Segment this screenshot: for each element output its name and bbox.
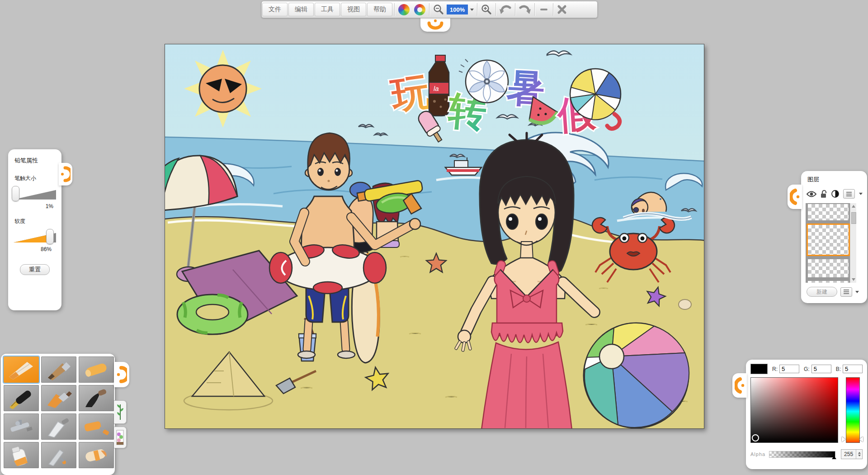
layer-menu-arrow[interactable] xyxy=(859,193,863,195)
alpha-slider[interactable] xyxy=(769,451,835,458)
tool-roller[interactable] xyxy=(79,413,114,440)
green-swim-ring xyxy=(177,294,248,334)
toolbar-separator xyxy=(477,3,477,16)
zoom-in-icon[interactable] xyxy=(479,1,494,18)
toolbar-separator xyxy=(394,3,395,16)
layers-options-arrow[interactable] xyxy=(855,291,859,293)
g-input[interactable] xyxy=(811,365,831,373)
alpha-label: Alpha xyxy=(750,451,765,457)
undo-icon[interactable] xyxy=(497,1,514,18)
shell xyxy=(679,299,691,309)
alpha-spin-down[interactable] xyxy=(858,455,861,456)
current-color-swatch[interactable] xyxy=(750,364,768,374)
layer-menu-button[interactable] xyxy=(843,189,855,199)
tool-palette-grip-handle[interactable] xyxy=(114,362,129,387)
layer-thumbnail[interactable] xyxy=(808,259,849,277)
tool-airbrush[interactable] xyxy=(4,413,39,440)
menu-lines-icon xyxy=(843,290,849,294)
tool-pencil[interactable] xyxy=(41,356,76,383)
tool-paint-bottle[interactable] xyxy=(4,442,39,468)
alpha-spin-up[interactable] xyxy=(858,452,861,454)
plant-brush-button[interactable] xyxy=(114,400,127,424)
hue-marker-right[interactable] xyxy=(859,437,863,442)
new-layer-button[interactable]: 新建 xyxy=(807,287,837,297)
menu-edit[interactable]: 编辑 xyxy=(288,3,314,16)
zoom-dropdown-arrow[interactable] xyxy=(470,9,474,11)
b-input[interactable] xyxy=(843,365,863,373)
toolbar-separator xyxy=(553,3,553,16)
grip-crescent-icon xyxy=(790,187,800,206)
contrast-icon[interactable] xyxy=(831,190,839,198)
menu-tools[interactable]: 工具 xyxy=(315,3,340,16)
drawing-canvas[interactable]: 玩 la 转 暑 xyxy=(165,44,704,429)
minimize-icon[interactable] xyxy=(536,1,552,18)
menu-view[interactable]: 视图 xyxy=(341,3,366,16)
pencil-properties-panel: 铅笔属性 笔触大小 1% 软度 86% 重置 xyxy=(8,149,61,310)
layers-panel: 图层 新建 xyxy=(801,171,867,303)
layer-thumbnail[interactable] xyxy=(808,281,849,283)
grip-crescent-icon xyxy=(116,365,127,385)
zoom-level-value[interactable]: 100% xyxy=(447,5,468,14)
rainbow-beach-ball xyxy=(584,323,689,428)
scroll-up-arrow[interactable] xyxy=(852,205,855,208)
color-ring-icon[interactable] xyxy=(412,1,428,18)
color-panel-grip-handle[interactable] xyxy=(732,373,747,398)
saturation-value-square[interactable] xyxy=(750,377,838,443)
hue-marker-left[interactable] xyxy=(842,437,845,442)
brush-size-slider[interactable] xyxy=(14,187,56,202)
tool-brush[interactable] xyxy=(41,385,76,411)
close-icon[interactable] xyxy=(555,1,569,18)
zoom-out-icon[interactable] xyxy=(431,1,446,18)
layer-thumbnail[interactable] xyxy=(808,204,849,220)
r-label: R: xyxy=(772,366,778,372)
tool-pen[interactable] xyxy=(4,385,39,411)
toolbar-grip-handle[interactable] xyxy=(420,17,450,32)
tool-palette-knife[interactable] xyxy=(41,413,76,440)
brush-size-slider-handle[interactable] xyxy=(12,186,19,201)
grip-crescent-icon xyxy=(61,165,71,183)
brush-size-value: 1% xyxy=(14,203,53,209)
tool-eraser[interactable] xyxy=(79,442,114,468)
plant-icon xyxy=(117,404,124,421)
color-position-marker[interactable] xyxy=(752,434,759,442)
hue-bar[interactable] xyxy=(846,377,860,443)
brush-size-label: 笔触大小 xyxy=(14,175,56,182)
layers-options-button[interactable] xyxy=(840,287,852,297)
texture-image-button[interactable] xyxy=(114,427,127,448)
pencil-panel-grip-handle[interactable] xyxy=(59,163,72,185)
menu-file[interactable]: 文件 xyxy=(262,3,288,16)
palette-wheel-icon[interactable] xyxy=(396,1,412,18)
layer-list xyxy=(806,203,856,283)
tool-pastel[interactable] xyxy=(79,356,114,383)
layers-panel-grip-handle[interactable] xyxy=(788,185,802,209)
menu-lines-icon xyxy=(846,192,852,196)
softness-slider[interactable] xyxy=(14,230,56,245)
menu-help[interactable]: 帮助 xyxy=(367,3,392,16)
sun xyxy=(184,50,262,128)
r-input[interactable] xyxy=(779,365,799,373)
color-picker-panel: R: G: B: Alpha 255 xyxy=(746,360,867,469)
reset-button[interactable]: 重置 xyxy=(20,264,50,275)
toolbar-separator xyxy=(495,3,496,16)
redo-icon[interactable] xyxy=(517,1,533,18)
title-char-1: 玩 xyxy=(387,70,432,117)
eye-icon[interactable] xyxy=(807,190,816,198)
alpha-spinbox[interactable]: 255 xyxy=(841,449,863,459)
softness-slider-handle[interactable] xyxy=(46,229,54,244)
toolbar-separator xyxy=(429,3,429,16)
layer-thumbnail-selected[interactable] xyxy=(808,225,849,255)
lock-icon[interactable] xyxy=(821,190,827,198)
tool-paper-stump[interactable] xyxy=(4,356,39,383)
scrollbar-thumb[interactable] xyxy=(851,212,856,224)
layer-scrollbar[interactable] xyxy=(850,203,856,283)
alpha-marker[interactable] xyxy=(832,456,836,459)
tool-knife[interactable] xyxy=(41,442,76,468)
softness-label: 软度 xyxy=(14,218,56,225)
scroll-down-arrow[interactable] xyxy=(852,278,855,281)
g-label: G: xyxy=(804,366,810,372)
b-label: B: xyxy=(836,366,841,372)
texture-image-icon xyxy=(116,430,124,445)
tool-grid xyxy=(4,356,112,468)
toolbar-separator xyxy=(534,3,535,16)
tool-ink-brush[interactable] xyxy=(79,385,114,411)
